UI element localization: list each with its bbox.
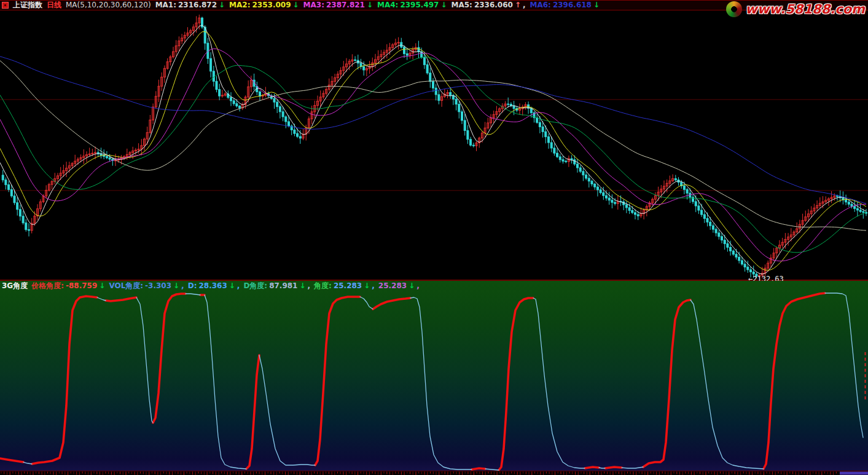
- time-axis: [0, 471, 868, 475]
- trading-app-window: 上证指数 日线 MA(5,10,20,30,60,120) MA1: 2316.…: [0, 0, 868, 475]
- price-angle-readout: 价格角度: -88.759 ↓: [31, 281, 105, 290]
- app-logo-icon: [2, 2, 9, 9]
- price-angle-arrow-icon: ↓: [99, 281, 105, 290]
- d-separator: ,: [237, 281, 240, 290]
- price-angle-label: 价格角度:: [31, 281, 64, 290]
- ma6-value: 2396.618: [553, 1, 592, 10]
- ma3-value: 2387.821: [326, 1, 365, 10]
- vol-angle-value: -3.303: [145, 281, 171, 290]
- ma5-arrow-icon: ↑: [515, 1, 521, 10]
- ma5-readout: MA5: 2336.060 ↑ ,: [452, 1, 526, 10]
- ma6-arrow-icon: ↓: [593, 1, 600, 10]
- angle-readout-1: 角度: 25.283 ↓ ,: [314, 281, 375, 290]
- ma1-value: 2316.872: [178, 1, 217, 10]
- angle-readout-2: 25.283 ↓ ,: [378, 281, 420, 290]
- angle-separator-2: ,: [416, 281, 420, 290]
- ma4-arrow-icon: ↓: [440, 1, 447, 10]
- ma2-arrow-icon: ↓: [293, 1, 299, 10]
- angle-value-2: 25.283: [378, 281, 407, 290]
- symbol-name: 上证指数: [13, 1, 42, 10]
- d-value: 28.363: [198, 281, 227, 290]
- d-angle-arrow-icon: ↓: [299, 281, 305, 290]
- ma5-label: MA5:: [452, 1, 472, 10]
- ma2-readout: MA2: 2353.009 ↓: [229, 1, 299, 10]
- indicator-panel-3g-angle[interactable]: 3G角度 价格角度: -88.759 ↓ VOL角度: -3.303 ↓ , D…: [0, 281, 868, 471]
- ma2-label: MA2:: [229, 1, 250, 10]
- period-label: 日线: [47, 1, 61, 10]
- ma4-value: 2395.497: [400, 1, 439, 10]
- price-angle-value: -88.759: [66, 281, 97, 290]
- indicator-canvas[interactable]: [0, 281, 868, 471]
- main-price-chart[interactable]: ←2132.63: [0, 10, 868, 281]
- vol-angle-arrow-icon: ↓: [173, 281, 179, 290]
- d-arrow-icon: ↓: [229, 281, 235, 290]
- time-axis-ticks: [0, 471, 868, 475]
- ma5-value: 2336.060: [474, 1, 513, 10]
- d-readout: D: 28.363 ↓ ,: [188, 281, 240, 290]
- ma3-arrow-icon: ↓: [367, 1, 373, 10]
- angle-arrow-icon-1: ↓: [364, 281, 370, 290]
- ma-settings-label: MA(5,10,20,30,60,120): [66, 1, 151, 10]
- vol-angle-label: VOL角度:: [109, 281, 143, 290]
- angle-label: 角度:: [314, 281, 332, 290]
- ma4-label: MA4:: [377, 1, 398, 10]
- d-angle-separator: ,: [308, 281, 311, 290]
- indicator-header: 3G角度 价格角度: -88.759 ↓ VOL角度: -3.303 ↓ , D…: [2, 281, 420, 290]
- ma3-readout: MA3: 2387.821 ↓: [303, 1, 373, 10]
- angle-separator-1: ,: [372, 281, 375, 290]
- d-label: D:: [188, 281, 197, 290]
- ma3-label: MA3:: [303, 1, 324, 10]
- ma2-value: 2353.009: [252, 1, 291, 10]
- website-watermark: www.58188.com: [726, 1, 865, 17]
- ma6-readout: MA6: 2396.618 ↓: [530, 1, 600, 10]
- ma1-label: MA1:: [155, 1, 176, 10]
- angle-value-1: 25.283: [334, 281, 362, 290]
- vol-angle-readout: VOL角度: -3.303 ↓ ,: [109, 281, 184, 290]
- ma1-arrow-icon: ↓: [219, 1, 225, 10]
- vol-angle-separator: ,: [181, 281, 184, 290]
- candlestick-canvas[interactable]: [0, 10, 868, 280]
- ma6-label: MA6:: [530, 1, 551, 10]
- ma4-readout: MA4: 2395.497 ↓: [377, 1, 447, 10]
- angle-arrow-icon-2: ↓: [409, 281, 415, 290]
- d-angle-readout: D角度: 87.981 ↓ ,: [243, 281, 310, 290]
- d-angle-label: D角度:: [243, 281, 267, 290]
- watermark-url-text: www.58188.com: [745, 2, 865, 17]
- ma1-readout: MA1: 2316.872 ↓: [155, 1, 225, 10]
- ma5-separator: ,: [523, 1, 526, 10]
- indicator-name: 3G角度: [2, 281, 28, 290]
- watermark-swirl-icon: [726, 1, 742, 17]
- d-angle-value: 87.981: [269, 281, 297, 290]
